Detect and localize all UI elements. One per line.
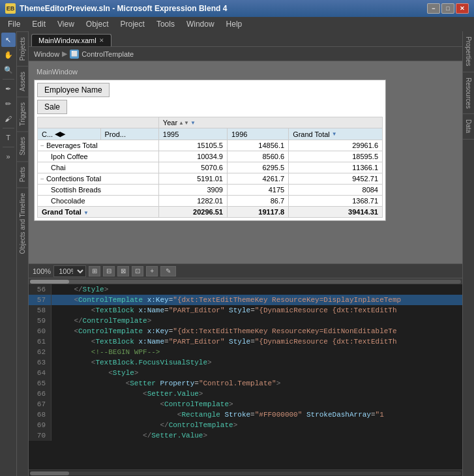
code-line-60: 60 <ControlTemplate x:Key="{dxt:TextEdit… xyxy=(29,326,462,336)
sidebar-item-resources[interactable]: Resources xyxy=(463,72,474,115)
menu-project[interactable]: Project xyxy=(115,18,150,30)
code-line-68: 68 <Rectangle Stroke="#FF000000" StrokeD… xyxy=(29,409,462,420)
table-row: − Confections Total 5191.01 4261.7 9452.… xyxy=(38,173,383,185)
zoom-fit-btn[interactable]: ⊠ xyxy=(117,266,129,276)
grand-total-label: Grand Total xyxy=(293,130,330,138)
scottish-1995: 3909 xyxy=(158,185,227,196)
sidebar-item-projects[interactable]: Projects xyxy=(17,31,28,66)
title-buttons: − □ ✕ xyxy=(427,3,469,14)
line-number: 58 xyxy=(29,305,52,316)
gt-1995: 20296.51 xyxy=(158,207,227,218)
col-category[interactable]: C... ◀▶ xyxy=(38,128,101,140)
sidebar-item-triggers[interactable]: Triggers xyxy=(17,97,28,131)
line-number: 63 xyxy=(29,357,52,368)
employee-name-button[interactable]: Employee Name xyxy=(37,83,110,97)
tool-zoom[interactable]: 🔍 xyxy=(1,63,16,77)
col-grand-total: Grand Total ▼ xyxy=(289,128,383,140)
confections-cell: − Confections Total xyxy=(38,173,159,185)
line-content: <TextBlock x:Name="PART_Editor" Style="{… xyxy=(52,305,462,316)
zoom-edit-btn[interactable]: ✎ xyxy=(160,266,176,276)
menu-help[interactable]: Help xyxy=(221,18,248,30)
table-row: Grand Total ▼ 20296.51 19117.8 39414.31 xyxy=(38,207,383,218)
col-header-year: Year ▲▼ ▼ xyxy=(158,117,382,128)
menu-window[interactable]: Window xyxy=(181,18,220,30)
line-content: </Setter.Value> xyxy=(52,430,462,441)
ipoh-cell: Ipoh Coffee xyxy=(38,151,159,162)
tool-more[interactable]: » xyxy=(1,149,16,164)
close-button[interactable]: ✕ xyxy=(456,3,469,14)
zoom-actual-btn[interactable]: ⊡ xyxy=(132,266,143,276)
chai-1996: 6295.5 xyxy=(227,162,288,173)
breadcrumb-window[interactable]: Window xyxy=(34,50,59,58)
breadcrumb-controltemplate[interactable]: ControlTemplate xyxy=(81,50,134,58)
code-hscroll[interactable] xyxy=(29,469,462,476)
line-number: 59 xyxy=(29,316,52,326)
toolbar-separator-3 xyxy=(3,147,14,147)
zoom-grid-btn[interactable]: ⊞ xyxy=(89,266,100,276)
tab-close-icon[interactable]: ✕ xyxy=(99,37,104,44)
menu-bar: File Edit View Object Project Tools Wind… xyxy=(0,17,474,31)
year-sort-icon[interactable]: ▲▼ xyxy=(179,120,189,126)
menu-edit[interactable]: Edit xyxy=(27,18,51,30)
line-number: 61 xyxy=(29,336,52,347)
tool-select[interactable]: ↖ xyxy=(1,33,16,47)
menu-tools[interactable]: Tools xyxy=(151,18,180,30)
code-line-57: 57 <ControlTemplate x:Key="{dxt:TextEdit… xyxy=(29,295,462,305)
code-hscroll-thumb[interactable] xyxy=(30,471,69,475)
hscroll-track xyxy=(30,280,461,284)
grand-total-row-icon[interactable]: ▼ xyxy=(83,210,89,216)
sidebar-item-assets[interactable]: Assets xyxy=(17,66,28,97)
line-content: <TextBlock.FocusVisualStyle> xyxy=(52,357,462,368)
menu-file[interactable]: File xyxy=(3,18,25,30)
conf-1995: 5191.01 xyxy=(158,173,227,185)
zoom-snap-btn[interactable]: ⊟ xyxy=(103,266,115,276)
table-row: Ipoh Coffee 10034.9 8560.6 18595.5 xyxy=(38,151,383,162)
maximize-button[interactable]: □ xyxy=(441,3,454,14)
menu-object[interactable]: Object xyxy=(81,18,114,30)
code-lines: 56 </Style> 57 <ControlTemplate x:Key="{… xyxy=(29,284,462,469)
app-title: ThemeEditorPreview.sln - Microsoft Expre… xyxy=(20,4,227,13)
grand-total-cell: Grand Total ▼ xyxy=(38,207,159,218)
menu-view[interactable]: View xyxy=(52,18,80,30)
col-product[interactable]: Prod... xyxy=(100,128,158,140)
code-line-70: 70 </Setter.Value> xyxy=(29,430,462,441)
tool-pan[interactable]: ✋ xyxy=(1,48,16,62)
code-line-59: 59 </ControlTemplate> xyxy=(29,316,462,326)
line-content: <Rectangle Stroke="#FF000000" StrokeDash… xyxy=(52,409,462,420)
category-expand-icon[interactable]: ◀▶ xyxy=(55,130,65,138)
scottish-cell: Scottish Breads xyxy=(38,185,159,196)
code-line-62: 62 <!--BEGIN WPF--> xyxy=(29,347,462,357)
sidebar-item-parts[interactable]: Parts xyxy=(17,161,28,187)
sidebar-item-states[interactable]: States xyxy=(17,131,28,160)
gt-1996: 19117.8 xyxy=(227,207,288,218)
sidebar-item-properties[interactable]: Properties xyxy=(463,31,474,72)
sidebar-item-objects[interactable]: Objects and Timeline xyxy=(17,187,28,259)
sidebar-item-data[interactable]: Data xyxy=(463,114,474,139)
sale-button[interactable]: Sale xyxy=(37,100,67,114)
year-filter-icon[interactable]: ▼ xyxy=(190,120,196,126)
zoom-plus-btn[interactable]: + xyxy=(146,266,158,276)
tab-mainwindow[interactable]: MainWindow.xaml ✕ xyxy=(31,34,111,46)
line-content: <ControlTemplate> xyxy=(52,399,462,409)
code-editor[interactable]: 56 </Style> 57 <ControlTemplate x:Key="{… xyxy=(29,284,462,476)
hscroll-thumb[interactable] xyxy=(30,280,69,284)
design-hscroll[interactable] xyxy=(29,278,462,284)
tab-label: MainWindow.xaml xyxy=(38,37,96,44)
grand-total-icon[interactable]: ▼ xyxy=(332,131,337,137)
line-content: <TextBlock x:Name="PART_Editor" Style="{… xyxy=(52,336,462,347)
tool-pencil[interactable]: ✏ xyxy=(1,97,16,111)
zoom-select[interactable]: 100% 150% 75% 50% xyxy=(53,265,86,277)
beverages-expand-icon[interactable]: − xyxy=(40,142,44,149)
ipoh-total: 18595.5 xyxy=(289,151,383,162)
code-hscroll-track xyxy=(30,471,461,475)
minimize-button[interactable]: − xyxy=(427,3,440,14)
tool-brush[interactable]: 🖌 xyxy=(1,112,16,126)
tool-text[interactable]: T xyxy=(1,130,16,145)
confections-expand-icon[interactable]: − xyxy=(40,175,44,183)
line-number: 70 xyxy=(29,430,52,441)
table-row: Chai 5070.6 6295.5 11366.1 xyxy=(38,162,383,173)
line-number: 60 xyxy=(29,326,52,336)
tool-pen[interactable]: ✒ xyxy=(1,82,16,96)
title-bar: EB ThemeEditorPreview.sln - Microsoft Ex… xyxy=(0,0,474,17)
beverages-total-cell: − Beverages Total xyxy=(38,140,159,151)
